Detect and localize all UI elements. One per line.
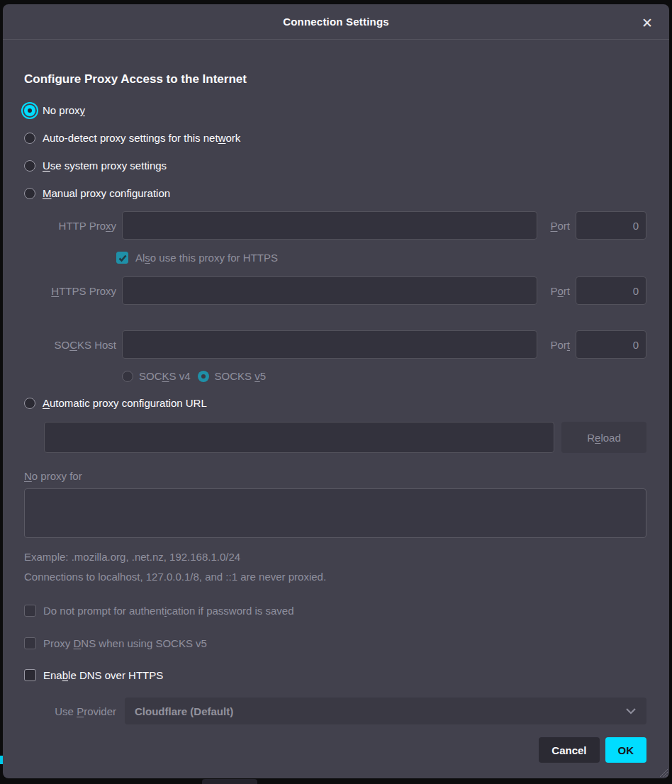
cancel-button[interactable]: Cancel — [539, 737, 599, 763]
radio-label: SOCKS v5 — [215, 370, 267, 382]
radio-manual-proxy[interactable]: Manual proxy configuration — [24, 179, 646, 207]
radio-socks-v5[interactable]: SOCKS v5 — [198, 370, 267, 382]
ok-button[interactable]: OK — [605, 737, 647, 763]
radio-button-icon[interactable] — [24, 105, 35, 116]
http-proxy-label: HTTP Proxy — [24, 220, 116, 232]
radio-no-proxy[interactable]: No proxy — [24, 96, 646, 124]
localhost-note-text: Connections to localhost, 127.0.0.1/8, a… — [24, 571, 646, 583]
provider-dropdown[interactable]: Cloudflare (Default) — [125, 698, 646, 724]
checkbox-icon[interactable] — [24, 669, 36, 681]
doh-provider-row: Use Provider Cloudflare (Default) — [24, 698, 646, 724]
checkbox-label: Proxy DNS when using SOCKS v5 — [43, 637, 207, 649]
https-port-label: Port — [543, 285, 570, 297]
radio-label: Manual proxy configuration — [43, 187, 170, 199]
checkbox-icon[interactable] — [24, 637, 36, 649]
https-proxy-label: HTTPS Proxy — [24, 285, 116, 297]
radio-auto-detect[interactable]: Auto-detect proxy settings for this netw… — [24, 124, 646, 152]
radio-button-icon[interactable] — [24, 133, 35, 144]
auto-config-url-input[interactable] — [44, 422, 554, 453]
radio-button-icon[interactable] — [24, 398, 35, 409]
https-proxy-input[interactable] — [122, 276, 537, 305]
https-port-input[interactable] — [576, 276, 646, 305]
https-proxy-row: HTTPS Proxy Port — [24, 276, 646, 305]
http-proxy-input[interactable] — [122, 211, 537, 240]
radio-label: No proxy — [43, 104, 85, 116]
connection-settings-dialog: Connection Settings ✕ Configure Proxy Ac… — [3, 4, 669, 778]
http-port-label: Port — [543, 220, 570, 232]
enable-doh-checkbox-row[interactable]: Enable DNS over HTTPS — [24, 669, 646, 681]
radio-label: Automatic proxy configuration URL — [43, 397, 207, 409]
checkbox-label: Enable DNS over HTTPS — [43, 669, 163, 681]
radio-button-icon[interactable] — [122, 371, 133, 382]
no-prompt-auth-checkbox-row[interactable]: Do not prompt for authentication if pass… — [24, 605, 646, 617]
dialog-titlebar: Connection Settings ✕ — [3, 4, 669, 40]
radio-label: Use system proxy settings — [43, 159, 167, 172]
socks-port-input[interactable] — [576, 330, 646, 359]
checkbox-label: Also use this proxy for HTTPS — [135, 252, 278, 264]
background-page-fragment — [202, 779, 257, 784]
socks-host-input[interactable] — [122, 330, 537, 359]
page-title: Configure Proxy Access to the Internet — [24, 72, 646, 86]
dialog-title: Connection Settings — [283, 16, 389, 28]
http-port-input[interactable] — [576, 211, 646, 240]
socks-host-row: SOCKS Host Port — [24, 330, 646, 359]
no-proxy-for-label: No proxy for — [24, 470, 646, 482]
reload-button[interactable]: Reload — [561, 422, 646, 453]
radio-auto-config-url[interactable]: Automatic proxy configuration URL — [24, 389, 646, 417]
chevron-down-icon — [625, 705, 637, 717]
radio-socks-v4[interactable]: SOCKS v4 — [122, 370, 191, 382]
socks-version-row: SOCKS v4 SOCKS v5 — [122, 370, 646, 382]
radio-button-icon[interactable] — [24, 188, 35, 199]
close-icon[interactable]: ✕ — [638, 13, 656, 32]
share-proxy-checkbox-row[interactable]: Also use this proxy for HTTPS — [116, 252, 646, 264]
socks-port-label: Port — [543, 339, 570, 351]
use-provider-label: Use Provider — [24, 705, 116, 717]
socks-host-label: SOCKS Host — [24, 339, 116, 351]
no-proxy-for-textarea[interactable] — [24, 488, 646, 538]
dialog-footer: Cancel OK — [24, 737, 646, 763]
radio-button-icon[interactable] — [198, 371, 209, 382]
radio-label: SOCKS v4 — [139, 370, 191, 382]
resize-grip-icon[interactable] — [658, 767, 668, 777]
provider-dropdown-value: Cloudflare (Default) — [135, 705, 233, 717]
checkbox-checked-icon[interactable] — [116, 252, 128, 264]
proxy-dns-checkbox-row[interactable]: Proxy DNS when using SOCKS v5 — [24, 637, 646, 649]
no-proxy-example-text: Example: .mozilla.org, .net.nz, 192.168.… — [24, 551, 646, 563]
radio-system-proxy[interactable]: Use system proxy settings — [24, 152, 646, 179]
auto-config-url-row: Reload — [44, 422, 646, 453]
radio-button-icon[interactable] — [24, 160, 35, 172]
reload-button-label: Reload — [587, 432, 621, 444]
checkbox-icon[interactable] — [24, 605, 36, 617]
radio-label: Auto-detect proxy settings for this netw… — [43, 132, 240, 144]
checkbox-label: Do not prompt for authentication if pass… — [43, 605, 294, 617]
http-proxy-row: HTTP Proxy Port — [24, 211, 646, 240]
